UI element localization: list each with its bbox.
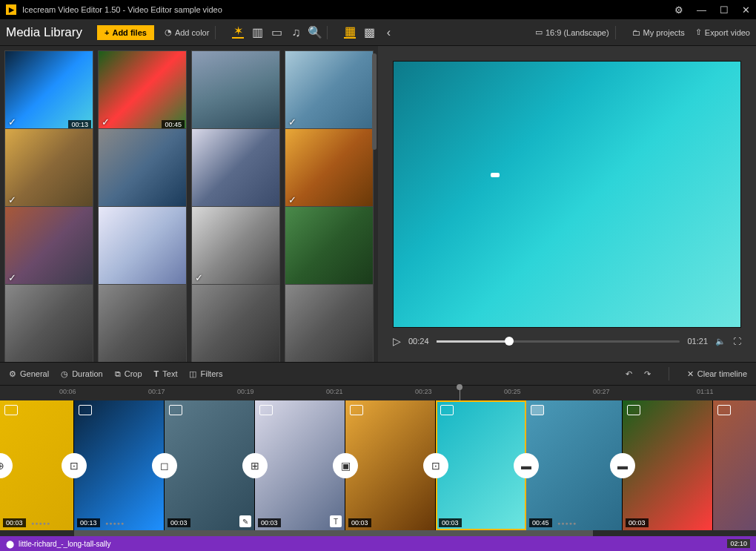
aspect-ratio-button[interactable]: ▭ 16:9 (Landscape)	[535, 27, 609, 37]
library-scrollbar[interactable]	[372, 53, 377, 150]
time-tick: 00:06	[59, 388, 76, 395]
collapse-library-icon[interactable]: ‹	[382, 27, 394, 39]
my-projects-button[interactable]: 🗀 My projects	[632, 28, 685, 37]
general-button[interactable]: ⚙General	[9, 369, 49, 379]
filters-button[interactable]: ◫Filters	[189, 369, 222, 379]
filters-icon: ◫	[189, 369, 196, 379]
check-icon: ✓	[102, 116, 110, 128]
clip-badge: T	[330, 515, 342, 527]
clip-duration: 00:03	[626, 518, 649, 527]
library-thumbnail[interactable]	[98, 206, 187, 287]
timeline-clip[interactable]: ▬00:45●●●●●	[526, 400, 623, 530]
filter-image-icon[interactable]: ▭	[271, 27, 282, 39]
clip-duration: 00:03	[168, 518, 190, 527]
time-tick: 00:27	[593, 388, 610, 395]
time-tick: 00:25	[504, 388, 521, 395]
transition-icon[interactable]	[79, 405, 92, 415]
library-thumbnail[interactable]: ✓	[285, 50, 374, 131]
minimize-button[interactable]: —	[697, 4, 706, 16]
export-video-button[interactable]: ⇧ Export video	[695, 27, 750, 37]
clip-duration: 00:45	[529, 518, 552, 527]
timeline-scrollbar[interactable]	[0, 530, 756, 536]
clip-action-button[interactable]: ▣	[333, 453, 358, 478]
library-title: Media Library	[6, 25, 82, 40]
add-files-button[interactable]: +Add files	[97, 25, 154, 40]
library-thumbnail[interactable]	[98, 128, 187, 209]
transition-icon[interactable]	[627, 405, 640, 415]
time-tick: 00:21	[326, 388, 343, 395]
crop-icon: ⧉	[115, 369, 121, 379]
seek-bar[interactable]	[437, 340, 680, 343]
redo-button[interactable]: ↷	[644, 369, 651, 379]
library-thumbnail[interactable]: ✓00:45	[98, 50, 187, 131]
view-grid-small-icon[interactable]: ▩	[363, 27, 375, 39]
library-thumbnail[interactable]	[285, 206, 374, 287]
library-thumbnail[interactable]: ✓00:13	[4, 50, 93, 131]
seek-handle[interactable]	[505, 337, 514, 346]
settings-icon[interactable]: ⚙	[674, 4, 683, 16]
filter-audio-icon[interactable]: ♫	[290, 27, 302, 39]
transition-icon[interactable]	[169, 405, 182, 415]
link-icon: ⬤	[6, 540, 14, 548]
add-color-button[interactable]: ◔ Add color	[165, 27, 209, 37]
library-thumbnail[interactable]	[285, 284, 374, 362]
timeline-clip[interactable]	[713, 400, 756, 530]
clip-action-button[interactable]: ⊞	[242, 453, 268, 478]
fullscreen-icon[interactable]: ⛶	[733, 337, 741, 346]
timeline-clip[interactable]: ⊡00:03	[436, 400, 526, 530]
transition-icon[interactable]	[259, 405, 273, 415]
library-thumbnail[interactable]	[191, 128, 280, 209]
timeline-clip[interactable]: ⊡00:13●●●●●	[74, 400, 165, 530]
edit-toolbar: ⚙General ◷Duration ⧉Crop TText ◫Filters …	[0, 362, 756, 386]
timeline-clip[interactable]: ▣00:03	[345, 400, 436, 530]
clip-action-button[interactable]: ◻	[152, 453, 177, 478]
clip-action-button[interactable]: ⊡	[423, 453, 448, 478]
projects-icon: 🗀	[632, 28, 640, 37]
filter-all-icon[interactable]: ✶	[232, 27, 244, 39]
boat-graphic	[491, 173, 500, 177]
duration-button[interactable]: ◷Duration	[61, 369, 103, 379]
time-ruler[interactable]: 00:0600:1700:1900:2100:2300:2500:2701:11	[0, 386, 756, 400]
library-thumbnail[interactable]: ✓	[191, 206, 280, 287]
clip-action-button[interactable]: ▬	[610, 453, 635, 478]
transition-icon[interactable]	[531, 405, 544, 415]
transition-icon[interactable]	[717, 405, 731, 415]
text-button[interactable]: TText	[154, 369, 178, 378]
window-title: Icecream Video Editor 1.50 - Video Edito…	[22, 5, 674, 14]
transition-icon[interactable]	[350, 405, 363, 415]
timeline-clip[interactable]: ▬00:03	[623, 400, 713, 530]
clip-action-button[interactable]: ⊡	[62, 453, 87, 478]
audio-end-time: 02:10	[727, 539, 750, 548]
clip-duration: 00:03	[258, 518, 281, 527]
library-thumbnail[interactable]: ✓	[285, 128, 374, 209]
clips-track[interactable]: ⊕00:03●●●●●⊡00:13●●●●●◻00:03✎⊞00:03T▣00:…	[0, 400, 756, 530]
playhead[interactable]	[460, 386, 460, 400]
time-tick: 01:11	[697, 388, 714, 395]
clear-timeline-button[interactable]: ✕Clear timeline	[687, 369, 747, 379]
filter-video-icon[interactable]: ▥	[251, 27, 263, 39]
clip-action-button[interactable]: ▬	[514, 453, 539, 478]
transition-icon[interactable]	[4, 405, 18, 415]
preview-controls: ▷ 00:24 01:21 🔈 ⛶	[393, 335, 741, 347]
search-icon[interactable]: 🔍	[309, 27, 321, 39]
preview-video[interactable]	[393, 61, 741, 328]
library-thumbnail[interactable]: ✓	[4, 206, 93, 287]
library-thumbnail[interactable]	[98, 284, 187, 362]
maximize-button[interactable]: ☐	[720, 4, 729, 16]
library-thumbnail[interactable]	[191, 50, 280, 131]
library-grid: ✓00:13✓00:45✓✓✓✓✓	[0, 46, 378, 362]
library-thumbnail[interactable]	[191, 284, 280, 362]
transition-icon[interactable]	[440, 405, 454, 415]
view-grid-large-icon[interactable]: ▦	[344, 27, 356, 39]
library-thumbnail[interactable]: ✓	[4, 128, 93, 209]
undo-button[interactable]: ↶	[626, 369, 632, 379]
library-thumbnail[interactable]	[4, 284, 93, 362]
crop-button[interactable]: ⧉Crop	[115, 369, 142, 379]
play-button[interactable]: ▷	[393, 335, 401, 347]
audio-track[interactable]: ⬤ little-richard_-_long-tall-sally 02:10	[0, 536, 756, 551]
timeline-clip[interactable]: ⊞00:03T	[255, 400, 345, 530]
volume-icon[interactable]: 🔈	[715, 337, 726, 346]
close-button[interactable]: ✕	[742, 4, 750, 16]
titlebar: ▶ Icecream Video Editor 1.50 - Video Edi…	[0, 0, 756, 19]
timeline-clip[interactable]: ◻00:03✎	[165, 400, 255, 530]
